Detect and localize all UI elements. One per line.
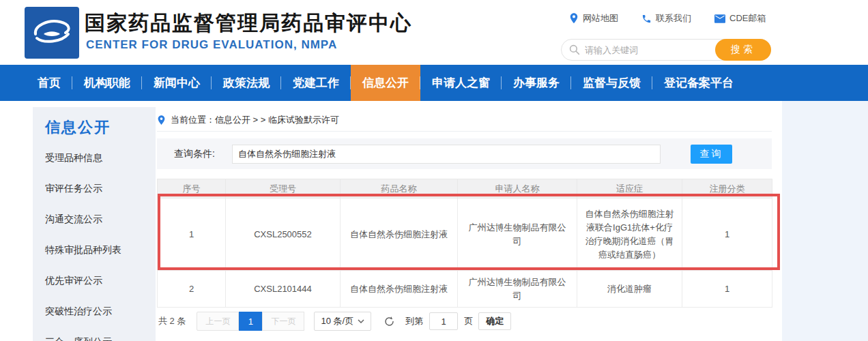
- nav-item-registration-platform[interactable]: 登记备案平台: [652, 65, 745, 101]
- location-pin-icon: [569, 13, 579, 24]
- next-page-button[interactable]: 下一页: [262, 312, 304, 331]
- current-page-button[interactable]: 1: [239, 312, 262, 331]
- page-right-background: [782, 101, 868, 341]
- phone-icon: [641, 14, 652, 24]
- breadcrumb: 当前位置：信息公开 > > 临床试验默示许可: [157, 109, 772, 132]
- contact-link-label: 联系我们: [656, 12, 691, 25]
- sidebar-item-special-approval-list[interactable]: 特殊审批品种列表: [33, 235, 156, 265]
- nav-item-supervision-feedback[interactable]: 监督与反馈: [571, 65, 652, 101]
- goto-page-suffix: 页: [464, 315, 473, 327]
- page-size-value: 10 条/页: [321, 315, 353, 327]
- nav-item-party-building[interactable]: 党建工作: [281, 65, 351, 101]
- page-size-select[interactable]: 10 条/页: [314, 312, 371, 331]
- query-bar: 查询条件: 查询: [157, 138, 772, 169]
- nav-item-home[interactable]: 首页: [26, 65, 72, 101]
- nav-item-functions[interactable]: 机构职能: [72, 65, 142, 101]
- sidebar-item-communication[interactable]: 沟通交流公示: [33, 204, 156, 235]
- nav-item-policies[interactable]: 政策法规: [212, 65, 281, 101]
- query-condition-input[interactable]: [232, 145, 661, 164]
- cde-mail-link-label: CDE邮箱: [729, 12, 766, 25]
- nav-item-label: 登记备案平台: [664, 75, 734, 91]
- nav-item-label: 监督与反馈: [583, 75, 641, 91]
- confirm-button[interactable]: 确定: [478, 312, 511, 330]
- sidebar-item-review-tasks[interactable]: 审评任务公示: [33, 173, 156, 204]
- nav-item-label: 政策法规: [223, 75, 270, 91]
- goto-page-input[interactable]: [429, 312, 458, 330]
- cde-logo: [25, 7, 79, 59]
- nav-item-label: 申请人之窗: [432, 75, 490, 91]
- nav-item-label: 信息公开: [362, 75, 409, 91]
- cell-applicant: 广州达博生物制品有限公司: [458, 198, 577, 271]
- total-count-label: 共 2 条: [158, 315, 186, 327]
- search-button[interactable]: 搜索: [715, 39, 771, 61]
- column-header-drug-name: 药品名称: [341, 179, 458, 198]
- cell-seq: 1: [158, 198, 226, 271]
- sidebar-information-disclosure: 信息公开 受理品种信息 审评任务公示 沟通交流公示 特殊审批品种列表 优先审评公…: [33, 107, 156, 341]
- pagination-bar: 共 2 条 上一页 1 下一页 10 条/页 到第 页 确定: [158, 311, 773, 331]
- results-table: 序号 受理号 药品名称 申请人名称 适应症 注册分类 1 CXSL2500552…: [157, 179, 772, 308]
- table-header-row: 序号 受理号 药品名称 申请人名称 适应症 注册分类: [158, 179, 772, 198]
- sidebar-item-priority-review[interactable]: 优先审评公示: [33, 265, 156, 296]
- goto-page-label: 到第: [405, 315, 423, 327]
- sidebar-title: 信息公开: [45, 117, 156, 138]
- column-header-acceptance-no: 受理号: [226, 179, 341, 198]
- column-header-seq: 序号: [158, 179, 226, 198]
- table-row[interactable]: 2 CXSL2101444 自体自然杀伤细胞注射液 广州达博生物制品有限公司 消…: [158, 271, 772, 308]
- nav-item-label: 党建工作: [293, 75, 339, 91]
- column-header-reg-class: 注册分类: [682, 179, 772, 198]
- cell-reg-class: 1: [682, 271, 772, 308]
- cell-reg-class: 1: [682, 198, 772, 271]
- refresh-icon[interactable]: [382, 314, 396, 328]
- nav-item-applicant-window[interactable]: 申请人之窗: [420, 65, 502, 101]
- nav-item-label: 机构职能: [84, 75, 130, 91]
- column-header-applicant: 申请人名称: [458, 179, 577, 198]
- cell-drug-name: 自体自然杀伤细胞注射液: [341, 271, 458, 308]
- cde-mail-link[interactable]: CDE邮箱: [714, 12, 766, 25]
- cell-applicant: 广州达博生物制品有限公司: [458, 271, 577, 308]
- cell-acceptance-no: CXSL2101444: [226, 271, 341, 308]
- cell-indication: 消化道肿瘤: [577, 271, 682, 308]
- mail-icon: [714, 14, 725, 23]
- site-subtitle: CENTER FOR DRUG EVALUATION, NMPA: [86, 38, 337, 52]
- cell-seq: 2: [158, 271, 226, 308]
- logo-swirl-icon: [30, 14, 74, 52]
- cell-acceptance-no: CXSL2500552: [226, 198, 341, 271]
- search-icon: [569, 44, 580, 55]
- query-condition-label: 查询条件:: [174, 148, 215, 160]
- sidebar-item-breakthrough-therapy[interactable]: 突破性治疗公示: [33, 296, 156, 327]
- prev-page-button[interactable]: 上一页: [197, 312, 239, 331]
- nav-item-information-disclosure[interactable]: 信息公开: [351, 65, 420, 101]
- nav-item-news[interactable]: 新闻中心: [142, 65, 212, 101]
- top-utility-links: 网站地图 联系我们 CDE邮箱: [569, 12, 787, 25]
- nav-item-label: 办事服务: [513, 75, 560, 91]
- sitemap-link-label: 网站地图: [583, 12, 618, 25]
- query-button[interactable]: 查询: [691, 145, 732, 164]
- location-pin-icon: [157, 115, 166, 125]
- column-header-indication: 适应症: [577, 179, 682, 198]
- table-row[interactable]: 1 CXSL2500552 自体自然杀伤细胞注射液 广州达博生物制品有限公司 自…: [158, 198, 772, 271]
- sitemap-link[interactable]: 网站地图: [569, 12, 618, 25]
- cell-indication: 自体自然杀伤细胞注射液联合IgG1抗体+化疗治疗晚期消化道癌（胃癌或结直肠癌）: [577, 198, 682, 271]
- contact-link[interactable]: 联系我们: [641, 12, 691, 25]
- sidebar-item-three-in-one-sequence[interactable]: 三合一序列公示: [33, 327, 156, 341]
- nav-item-label: 新闻中心: [154, 75, 200, 91]
- site-header: 国家药品监督管理局药品审评中心 CENTER FOR DRUG EVALUATI…: [0, 0, 868, 65]
- main-nav: 首页 机构职能 新闻中心 政策法规 党建工作 信息公开 申请人之窗 办事服务 监…: [0, 65, 868, 101]
- nav-item-services[interactable]: 办事服务: [502, 65, 571, 101]
- cell-drug-name: 自体自然杀伤细胞注射液: [341, 198, 458, 271]
- breadcrumb-label: 当前位置：信息公开 > > 临床试验默示许可: [171, 114, 339, 126]
- chevron-down-icon: [358, 319, 364, 323]
- sidebar-menu: 受理品种信息 审评任务公示 沟通交流公示 特殊审批品种列表 优先审评公示 突破性…: [33, 143, 156, 341]
- site-search: 搜索: [561, 39, 771, 61]
- nav-item-label: 首页: [38, 75, 61, 91]
- site-title: 国家药品监督管理局药品审评中心: [85, 10, 412, 38]
- sidebar-item-accepted-varieties[interactable]: 受理品种信息: [33, 143, 156, 173]
